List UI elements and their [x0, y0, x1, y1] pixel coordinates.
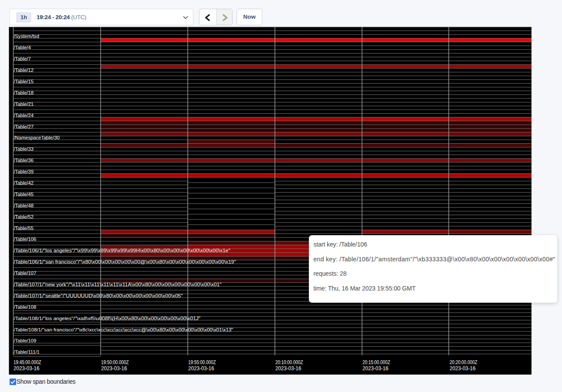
svg-text:19:55:00.000Z: 19:55:00.000Z [188, 359, 216, 365]
svg-text:/Table/45: /Table/45 [14, 192, 34, 197]
svg-text:/Table/48: /Table/48 [14, 203, 34, 208]
svg-text:/Table/42: /Table/42 [14, 180, 34, 186]
svg-text:/Table/12: /Table/12 [14, 68, 34, 73]
svg-text:/Table/109: /Table/109 [14, 338, 37, 343]
svg-text:/System/tsd: /System/tsd [14, 34, 39, 39]
svg-text:20:15:00.000Z: 20:15:00.000Z [362, 359, 390, 365]
svg-text:/Table/108: /Table/108 [14, 304, 37, 310]
svg-text:/Table/18: /Table/18 [14, 90, 34, 95]
svg-text:/Table/107: /Table/107 [14, 270, 37, 276]
svg-text:/Table/111/1: /Table/111/1 [14, 349, 40, 355]
svg-text:/Table/55: /Table/55 [14, 226, 34, 231]
svg-text:/Table/106/1/"los angeles"/"\x: /Table/106/1/"los angeles"/"\x99\x99\x99… [14, 248, 230, 253]
svg-text:/Table/106/1/"san francisco"/": /Table/106/1/"san francisco"/"\x80\x00\x… [14, 259, 236, 264]
svg-text:/Table/108/1/"los angeles"/"\x: /Table/108/1/"los angeles"/"\xa8\xf5\u00… [14, 316, 201, 321]
svg-text:/Table/39: /Table/39 [14, 169, 34, 174]
svg-text:/Table/108/1/"san francisco"/": /Table/108/1/"san francisco"/"\x8c\xcc\x… [14, 327, 234, 332]
svg-text:/Table/107/1/"new york"/"\x11\: /Table/107/1/"new york"/"\x11\x11\x11\x1… [14, 282, 222, 287]
svg-text:/Table/4: /Table/4 [14, 45, 31, 50]
svg-text:/Table/52: /Table/52 [14, 214, 34, 220]
svg-text:/Table/106: /Table/106 [14, 237, 37, 242]
svg-text:2023-03-16: 2023-03-16 [450, 365, 476, 372]
svg-text:20:20:00.000Z: 20:20:00.000Z [450, 359, 477, 365]
svg-text:20:10:00.000Z: 20:10:00.000Z [275, 359, 303, 365]
svg-text:/NamespaceTable/30: /NamespaceTable/30 [14, 135, 60, 140]
svg-text:/Table/107/1/"seattle"/"UUUUUU: /Table/107/1/"seattle"/"UUUUUUD\x00\x80\… [14, 293, 183, 298]
svg-text:/Table/21: /Table/21 [14, 101, 34, 107]
svg-text:/Table/15: /Table/15 [14, 79, 34, 84]
svg-text:2023-03-16: 2023-03-16 [188, 365, 214, 372]
svg-text:2023-03-16: 2023-03-16 [101, 365, 127, 372]
svg-text:/Table/27: /Table/27 [14, 124, 34, 129]
svg-text:/Table/33: /Table/33 [14, 146, 34, 152]
svg-text:19:45:00.000Z: 19:45:00.000Z [14, 359, 41, 365]
svg-text:2023-03-16: 2023-03-16 [275, 365, 301, 372]
svg-text:2023-03-16: 2023-03-16 [362, 365, 389, 372]
svg-text:/Table/24: /Table/24 [14, 113, 34, 118]
svg-text:/Table/36: /Table/36 [14, 158, 34, 163]
svg-text:19:50:00.000Z: 19:50:00.000Z [101, 359, 129, 365]
svg-text:/Table/7: /Table/7 [14, 56, 31, 61]
svg-text:2023-03-16: 2023-03-16 [14, 365, 40, 372]
